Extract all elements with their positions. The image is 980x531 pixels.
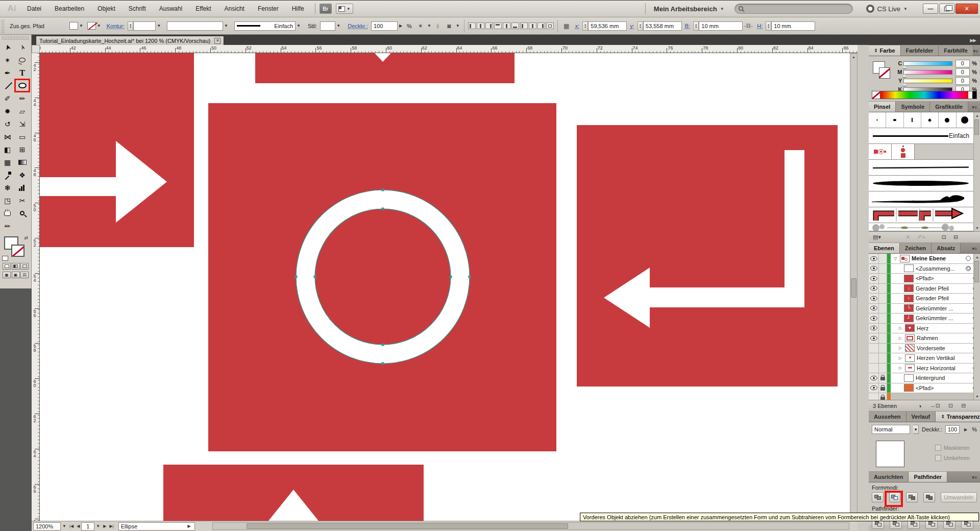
target-circle[interactable] xyxy=(966,256,971,261)
visibility-toggle[interactable] xyxy=(869,264,879,274)
brush-item-tapered[interactable] xyxy=(869,176,973,191)
opacity-link[interactable]: Deckkr.: xyxy=(348,23,368,29)
tab-ausrichten[interactable]: Ausrichten xyxy=(869,472,909,482)
color-spectrum-bar[interactable] xyxy=(872,91,977,99)
layer-row[interactable]: <Pfad> xyxy=(869,274,980,284)
umwandeln-button[interactable]: Umwandeln xyxy=(941,492,977,502)
tab-pathfinder[interactable]: Pathfinder xyxy=(909,472,947,482)
align-right-icon[interactable] xyxy=(485,22,493,29)
layer-row[interactable]: └Gekrümmter ... xyxy=(869,304,980,314)
pen-tool[interactable]: ✒ xyxy=(0,66,15,79)
layer-thumbnail[interactable] xyxy=(904,275,914,282)
tab-close-icon[interactable]: ✕ xyxy=(214,38,220,44)
visibility-toggle[interactable] xyxy=(869,333,879,343)
maskieren-checkbox[interactable]: Maskieren xyxy=(935,445,970,451)
layer-name[interactable]: <Zusammeng... xyxy=(916,266,955,272)
visibility-toggle[interactable] xyxy=(869,383,879,393)
isolate-selected-icon[interactable]: ⧫ xyxy=(433,21,443,31)
draw-normal-button[interactable]: ▣ xyxy=(3,272,11,278)
spectrum-gradient[interactable] xyxy=(880,91,968,99)
lock-toggle[interactable] xyxy=(879,324,887,333)
tab-transparenz[interactable]: ⇕Transparenz xyxy=(936,412,980,422)
delete-brush-icon[interactable]: ⊟ xyxy=(953,234,958,240)
scale-tool[interactable]: ⇲ xyxy=(15,117,30,130)
stroke-weight-field[interactable] xyxy=(133,21,156,31)
tab-pinsel[interactable]: Pinsel xyxy=(869,102,896,112)
horizontal-ruler[interactable]: 4042444648505254565860626466687072747678… xyxy=(32,45,857,53)
width-label[interactable]: B: xyxy=(685,23,690,29)
layer-name[interactable]: Gerader Pfeil xyxy=(916,295,949,301)
layer-row[interactable]: ▷Vorderseite xyxy=(869,344,980,354)
gradient-tool[interactable] xyxy=(15,156,30,168)
brush-item-calligraphic-set[interactable] xyxy=(869,112,973,128)
dock-resize-gutter[interactable] xyxy=(857,45,869,531)
style-field[interactable] xyxy=(320,21,335,31)
line-segment-tool[interactable] xyxy=(0,79,15,92)
restore-button[interactable] xyxy=(939,4,954,14)
zoom-level-field[interactable]: 1200% xyxy=(33,522,61,530)
layer-row[interactable]: ▷♥♥Herz Horizontal xyxy=(869,364,980,374)
tab-zeichen[interactable]: Zeichen xyxy=(900,243,932,253)
slider-marker[interactable] xyxy=(902,83,906,86)
width-stepper[interactable]: ▲▼ xyxy=(693,21,699,31)
new-sublayer-icon[interactable]: →⊡ xyxy=(930,402,940,409)
search-input[interactable] xyxy=(734,4,853,14)
channel-value-field[interactable]: 0 xyxy=(955,60,970,67)
chevron-down-icon[interactable]: ▼ xyxy=(913,425,919,434)
layer-row[interactable]: ▷♥Herzen Vertikal xyxy=(869,353,980,364)
tab-ebenen[interactable]: Ebenen xyxy=(869,243,900,253)
panel-grip[interactable] xyxy=(2,36,29,40)
layer-thumbnail[interactable] xyxy=(905,344,915,352)
disclosure-icon[interactable]: ▽ xyxy=(893,256,898,261)
visibility-toggle[interactable] xyxy=(869,364,879,373)
x-field[interactable]: 59,536 mm xyxy=(588,21,627,31)
panel-menu-icon[interactable]: ▾≡ xyxy=(972,475,980,482)
next-artboard-icon[interactable]: ▶ xyxy=(102,524,108,528)
menu-datei[interactable]: Datei xyxy=(20,2,48,15)
document-tab[interactable]: Tutorial_Einladungskarte_Hochzeit.ai* be… xyxy=(36,36,224,45)
brush-item-red-arrow-pattern[interactable] xyxy=(869,207,973,223)
new-layer-icon[interactable]: ⊡ xyxy=(948,402,953,409)
scroll-up-icon[interactable]: ▲ xyxy=(974,254,980,260)
column-graph-tool[interactable] xyxy=(15,181,30,194)
zoom-dropdown-icon[interactable]: ▼ xyxy=(61,524,68,528)
layer-row[interactable] xyxy=(869,393,980,400)
lock-toggle[interactable] xyxy=(879,264,887,274)
layer-row[interactable]: <Zusammeng... xyxy=(869,264,980,274)
layer-thumbnail[interactable] xyxy=(904,374,914,382)
tab-symbole[interactable]: Symbole xyxy=(896,102,930,112)
align-left-icon[interactable] xyxy=(468,22,476,29)
layer-scrollbar[interactable]: ▲▼ xyxy=(973,254,980,400)
lock-toggle[interactable] xyxy=(879,284,887,294)
status-indicator[interactable]: Ellipse ▶ xyxy=(118,522,195,530)
eraser-tool[interactable]: ▱ xyxy=(15,105,30,117)
visibility-toggle[interactable] xyxy=(869,294,879,303)
horizontal-scroll-thumb[interactable] xyxy=(247,523,568,529)
scroll-up-icon[interactable]: ▲ xyxy=(974,112,980,119)
bridge-button[interactable]: Br xyxy=(320,4,332,14)
layer-name[interactable]: Gekrümmter ... xyxy=(916,305,953,311)
draw-inside-button[interactable]: 回 xyxy=(20,272,29,278)
layer-scroll-thumb[interactable] xyxy=(974,261,979,282)
channel-slider[interactable] xyxy=(903,79,952,83)
disclosure-icon[interactable]: ▷ xyxy=(898,326,903,330)
lock-toggle[interactable] xyxy=(879,313,887,323)
artwork-white-ring-selected[interactable] xyxy=(291,185,475,369)
lock-toggle[interactable] xyxy=(879,353,887,363)
brush-scrollbar[interactable]: ▲ ▼ xyxy=(973,112,980,231)
panel-menu-icon[interactable]: ▾≡ xyxy=(973,49,980,56)
scroll-down-icon[interactable]: ▼ xyxy=(974,225,980,231)
draw-behind-button[interactable]: ▣ xyxy=(12,272,20,278)
stroke-style-dropdown[interactable]: Einfach xyxy=(234,21,296,31)
visibility-toggle[interactable] xyxy=(869,393,879,400)
white-black-swatches[interactable] xyxy=(968,91,976,99)
expand-icon[interactable] xyxy=(546,22,554,29)
ruler-corner[interactable] xyxy=(32,45,40,53)
constrain-proportions-icon[interactable]: -⛓- xyxy=(743,21,753,31)
layer-row[interactable]: Hintergrund xyxy=(869,373,980,383)
rotate-tool[interactable]: ↺ xyxy=(0,117,15,130)
channel-value-field[interactable]: 0 xyxy=(955,68,970,76)
brush-scroll-thumb[interactable] xyxy=(974,119,979,135)
lock-toggle[interactable] xyxy=(879,254,887,263)
recolor-artwork-icon[interactable]: ◙ xyxy=(444,21,454,31)
